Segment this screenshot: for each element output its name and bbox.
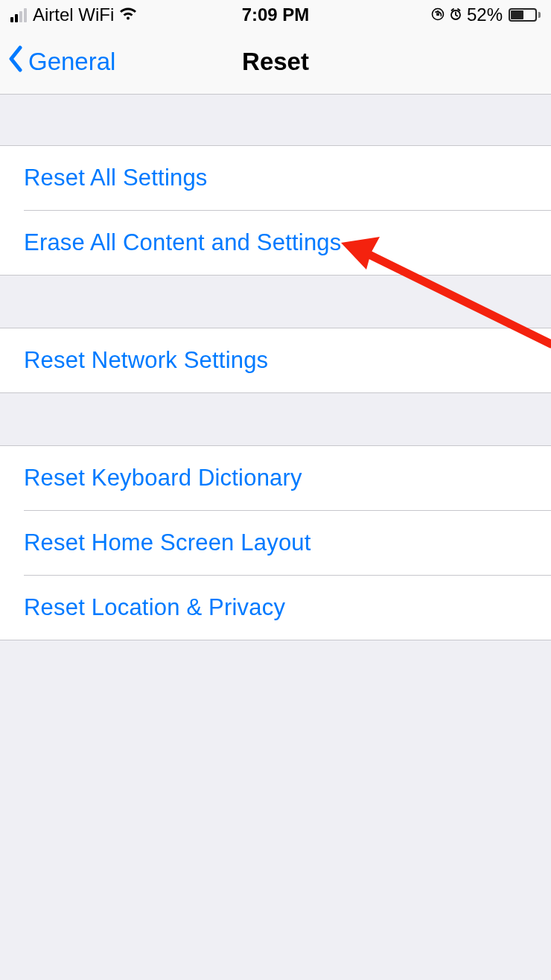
reset-network-row[interactable]: Reset Network Settings — [0, 328, 551, 392]
page-title: Reset — [242, 48, 309, 76]
section-1: Reset All Settings Erase All Content and… — [0, 145, 551, 276]
erase-all-content-label: Erase All Content and Settings — [24, 229, 341, 256]
status-left: Airtel WiFi — [10, 4, 138, 25]
battery-percent: 52% — [467, 4, 503, 25]
reset-all-settings-label: Reset All Settings — [24, 165, 208, 191]
status-right: 52% — [431, 4, 541, 25]
section-3: Reset Keyboard Dictionary Reset Home Scr… — [0, 445, 551, 640]
reset-home-row[interactable]: Reset Home Screen Layout — [0, 511, 551, 575]
section-gap — [0, 276, 551, 328]
svg-rect-1 — [436, 13, 439, 16]
orientation-lock-icon — [431, 4, 445, 25]
reset-network-label: Reset Network Settings — [24, 347, 268, 374]
reset-keyboard-row[interactable]: Reset Keyboard Dictionary — [0, 446, 551, 510]
carrier-label: Airtel WiFi — [33, 4, 114, 25]
status-time: 7:09 PM — [242, 4, 310, 25]
reset-location-label: Reset Location & Privacy — [24, 594, 285, 621]
status-bar: Airtel WiFi 7:09 PM 52% — [0, 0, 551, 30]
back-label: General — [28, 48, 115, 76]
chevron-left-icon — [7, 45, 24, 78]
reset-all-settings-row[interactable]: Reset All Settings — [0, 146, 551, 210]
reset-home-label: Reset Home Screen Layout — [24, 529, 311, 556]
section-2: Reset Network Settings — [0, 328, 551, 393]
signal-icon — [10, 8, 27, 22]
section-gap — [0, 95, 551, 145]
section-gap — [0, 393, 551, 445]
alarm-icon — [449, 4, 462, 25]
erase-all-content-row[interactable]: Erase All Content and Settings — [0, 211, 551, 275]
back-button[interactable]: General — [0, 45, 115, 78]
wifi-icon — [118, 4, 138, 25]
reset-keyboard-label: Reset Keyboard Dictionary — [24, 465, 302, 491]
battery-fill — [511, 10, 523, 19]
reset-location-row[interactable]: Reset Location & Privacy — [0, 576, 551, 640]
nav-bar: General Reset — [0, 30, 551, 95]
battery-icon — [509, 8, 541, 22]
